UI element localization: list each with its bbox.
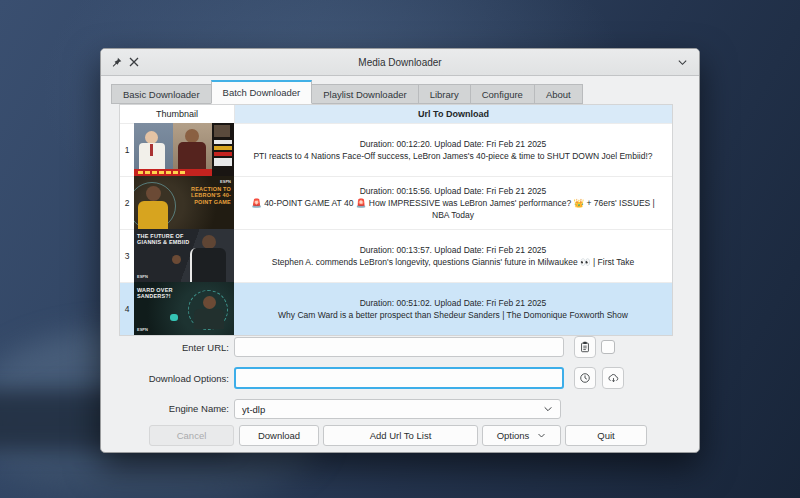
titlebar[interactable]: Media Downloader	[101, 49, 699, 76]
video-meta: Duration: 00:15:56. Upload Date: Fri Feb…	[360, 185, 547, 197]
tab-about[interactable]: About	[534, 84, 583, 104]
person-jersey	[190, 248, 226, 282]
quit-button[interactable]: Quit	[565, 425, 647, 446]
engine-name-label: Engine Name:	[114, 403, 229, 414]
thumbnail-image-pti	[134, 123, 234, 176]
column-header-thumbnail: Thumbnail	[120, 105, 235, 123]
person-head	[202, 235, 216, 249]
enter-url-label: Enter URL:	[114, 342, 229, 353]
url-input[interactable]	[234, 337, 564, 357]
table-row-selected[interactable]: 4 WARD OVER SANDERS?! ESPN Duration: 00:…	[120, 282, 672, 335]
shade-chevron-down-icon[interactable]	[673, 53, 691, 71]
url-cell[interactable]: Duration: 00:12:20. Upload Date: Fri Feb…	[234, 123, 672, 176]
download-options-input[interactable]	[234, 367, 564, 389]
tab-configure[interactable]: Configure	[470, 84, 535, 104]
tab-basic-downloader[interactable]: Basic Downloader	[111, 84, 212, 104]
table-row[interactable]: 3 THE FUTURE OF GIANNIS & EMBIID ESPN Du…	[120, 229, 672, 282]
tab-bar: Basic Downloader Batch Downloader Playli…	[111, 80, 582, 104]
add-url-to-list-button[interactable]: Add Url To List	[323, 425, 478, 446]
video-title: PTI reacts to 4 Nations Face-Off success…	[253, 150, 652, 162]
url-cell[interactable]: Duration: 00:51:02. Upload Date: Fri Feb…	[234, 282, 672, 335]
thumbnail-image-ward: WARD OVER SANDERS?! ESPN	[134, 282, 234, 335]
video-title: Why Cam Ward is a better prospect than S…	[278, 309, 628, 321]
tab-batch-downloader[interactable]: Batch Downloader	[211, 80, 313, 104]
window-title: Media Downloader	[101, 57, 699, 68]
person-head-small	[172, 255, 181, 264]
text-bar	[214, 146, 233, 150]
thumbnail-image-giannis: THE FUTURE OF GIANNIS & EMBIID ESPN	[134, 229, 234, 282]
network-label: ESPN	[137, 327, 148, 332]
clipboard-paste-button[interactable]	[574, 336, 596, 358]
video-title: Stephen A. commends LeBron's longevity, …	[272, 256, 635, 268]
thumb-bottom-banner	[134, 169, 212, 176]
batch-url-table: Thumbnail Url To Download 1	[119, 104, 673, 336]
thumb-side-column	[212, 123, 234, 176]
url-cell[interactable]: Duration: 00:13:57. Upload Date: Fri Feb…	[234, 229, 672, 282]
url-cell[interactable]: Duration: 00:15:56. Upload Date: Fri Feb…	[234, 176, 672, 229]
video-title: 🚨 40-POINT GAME AT 40 🚨 How IMPRESSIVE w…	[244, 197, 662, 222]
options-button[interactable]: Options	[482, 425, 561, 446]
video-meta: Duration: 00:51:02. Upload Date: Fri Feb…	[360, 297, 547, 309]
tab-playlist-downloader[interactable]: Playlist Downloader	[311, 84, 418, 104]
person-head	[146, 186, 161, 201]
engine-select[interactable]: yt-dlp	[234, 399, 561, 419]
row-number: 4	[120, 282, 134, 335]
network-label: ESPN	[220, 179, 231, 184]
row-number: 1	[120, 123, 134, 176]
row-number: 2	[120, 176, 134, 229]
video-meta: Duration: 00:12:20. Upload Date: Fri Feb…	[360, 138, 547, 150]
url-checkbox[interactable]	[601, 340, 615, 354]
thumbnail-caption: THE FUTURE OF GIANNIS & EMBIID	[137, 233, 192, 246]
video-meta: Duration: 00:13:57. Upload Date: Fri Feb…	[360, 244, 547, 256]
cancel-button[interactable]: Cancel	[149, 425, 234, 446]
thumbnail-caption: REACTION TO LEBRON'S 40-POINT GAME	[176, 186, 231, 205]
cloud-download-icon-button[interactable]	[602, 367, 624, 389]
options-button-label: Options	[497, 430, 530, 441]
tab-library[interactable]: Library	[418, 84, 471, 104]
text-bar	[214, 158, 233, 166]
person-tie	[150, 144, 153, 156]
person-body	[178, 142, 206, 169]
row-number: 3	[120, 229, 134, 282]
chevron-down-icon	[537, 431, 546, 440]
media-downloader-window: Media Downloader Basic Downloader Batch …	[100, 48, 700, 453]
person-head	[185, 129, 199, 143]
inset-image	[214, 125, 230, 137]
person-body	[194, 309, 224, 329]
download-options-label: Download Options:	[114, 373, 229, 384]
thumbnail-caption: WARD OVER SANDERS?!	[137, 287, 197, 300]
text-bar	[214, 140, 233, 144]
thumbnail-image-lebron: ESPN REACTION TO LEBRON'S 40-POINT GAME	[134, 176, 234, 229]
network-label: ESPN	[137, 274, 148, 279]
badge-graphic	[170, 314, 178, 321]
history-clock-icon-button[interactable]	[574, 367, 596, 389]
column-header-url: Url To Download	[235, 105, 672, 123]
download-button[interactable]: Download	[239, 425, 319, 446]
person-jersey	[138, 201, 168, 229]
table-row[interactable]: 1	[120, 123, 672, 176]
table-header: Thumbnail Url To Download	[120, 105, 672, 123]
engine-selected-value: yt-dlp	[242, 404, 265, 415]
person-head	[203, 296, 216, 309]
table-row[interactable]: 2 ESPN REACTION TO LEBRON'S 40-POINT GAM…	[120, 176, 672, 229]
chevron-down-icon	[543, 404, 553, 414]
text-bar	[214, 152, 233, 156]
